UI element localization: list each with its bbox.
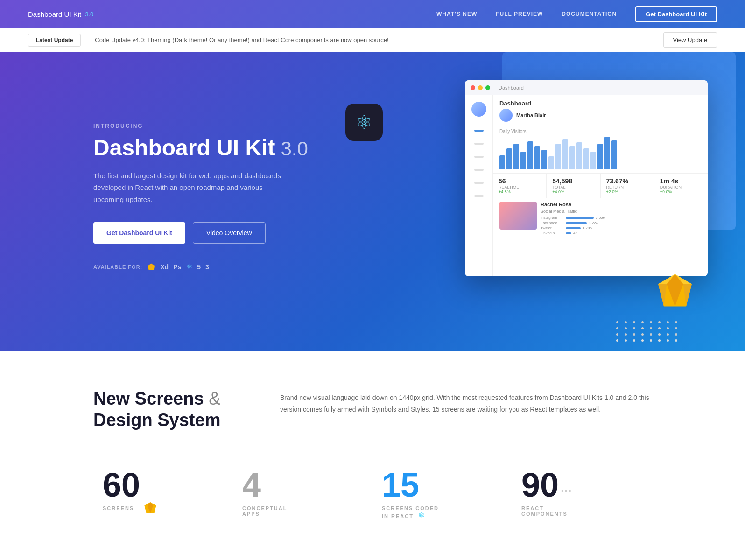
ds-stat-label: DURATION	[660, 185, 702, 189]
sketch-icon	[147, 263, 155, 271]
ds-avatar	[499, 109, 513, 122]
hero-cta-secondary[interactable]: Video Overview	[193, 222, 266, 244]
ds-stats-row: 56 REALTIME +4.8% 54,598 TOTAL +4.0% 73.…	[493, 173, 708, 198]
hero-description: The first and largest design kit for web…	[93, 170, 289, 206]
section-title-amp: &	[209, 389, 220, 408]
stat-15: 15	[382, 468, 419, 502]
stat-90: 90	[521, 468, 559, 502]
ds-bar	[604, 137, 610, 169]
brand-name: Dashboard UI Kit	[28, 10, 81, 18]
ds-sidebar-item	[465, 124, 492, 137]
ds-bar	[590, 152, 596, 169]
ps-icon: Ps	[173, 263, 181, 271]
nav-whats-new[interactable]: WHAT'S NEW	[436, 11, 477, 17]
ds-bar	[548, 156, 554, 169]
ds-header: Dashboard Martha Blair	[493, 95, 708, 125]
view-update-button[interactable]: View Update	[663, 32, 717, 48]
ds-stat-value: 56	[499, 177, 541, 185]
ds-sidebar	[465, 95, 493, 276]
stats-row: 60 SCREENS 4 CONCEPTUALAPPS 15 SCREENS C…	[0, 468, 745, 557]
hero-introducing-label: INTRODUCING	[93, 123, 327, 129]
hero-section: INTRODUCING Dashboard UI Kit 3.0 The fir…	[0, 52, 745, 351]
ds-stat-label: RETURN	[606, 185, 648, 189]
stat-screens: 60 SCREENS	[93, 468, 233, 520]
ds-social-bars: Instagram 5,056 Facebook 3,224	[541, 216, 701, 235]
ds-social-bar-row: Facebook 3,224	[541, 221, 701, 225]
ds-stat-change: +9.0%	[660, 189, 702, 194]
stat-dots: ···	[561, 485, 571, 498]
hero-visual: ⚛ Dashboard	[327, 80, 717, 314]
ds-username: Martha Blair	[516, 112, 546, 118]
ds-sidebar-item	[465, 189, 492, 203]
navbar-cta-button[interactable]: Get Dashboard UI Kit	[635, 6, 717, 22]
section-title-line1: New Screens	[93, 389, 204, 408]
ds-bar	[520, 152, 526, 169]
ds-stat-value: 1m 4s	[660, 177, 702, 185]
ds-bar	[611, 140, 617, 169]
announcement-bar: Latest Update Code Update v4.0: Theming …	[0, 28, 745, 52]
ds-stat-total: 54,598 TOTAL +4.0%	[547, 174, 600, 198]
ds-bar	[506, 148, 512, 169]
available-for: AVAILABLE FOR: Xd Ps ⚛ 5 3	[93, 262, 327, 271]
stat-label-screens: SCREENS	[103, 505, 224, 511]
dots-decoration	[616, 321, 680, 342]
hero-cta-primary[interactable]: Get Dashboard UI Kit	[93, 222, 185, 244]
ds-profile-section: Rachel Rose Social Media Traffic Instagr…	[493, 198, 708, 239]
ds-stat-return: 73.67% RETURN +2.0%	[601, 174, 654, 198]
ds-bar	[597, 144, 603, 169]
ds-stat-label: TOTAL	[552, 185, 594, 189]
stat-number-screens: 60	[103, 468, 224, 502]
stat-4: 4	[242, 468, 261, 502]
ds-bar	[541, 150, 547, 169]
window-minimize-dot	[478, 85, 483, 90]
brand: Dashboard UI Kit 3.0	[28, 10, 93, 18]
ds-social-stat: Social Media Traffic	[541, 209, 577, 214]
react-label-icon: ⚛	[418, 511, 425, 519]
announcement-message: Code Update v4.0: Theming (Dark theme! O…	[81, 36, 663, 43]
ds-bar	[562, 139, 568, 169]
stat-number-react: 15	[382, 468, 503, 502]
nav-full-preview[interactable]: FULL PREVIEW	[496, 11, 543, 17]
ds-bar	[513, 144, 519, 169]
stat-60: 60	[103, 468, 140, 502]
dashboard-screenshot: Dashboard Dashboard	[465, 80, 708, 276]
ds-window-title: Dashboard	[499, 85, 524, 91]
sketch-small-icon	[144, 486, 157, 499]
ds-body: Dashboard Martha Blair Daily Visitors	[465, 95, 708, 276]
announcement-tag: Latest Update	[28, 34, 81, 47]
ds-sidebar-item	[465, 163, 492, 176]
window-maximize-dot	[485, 85, 490, 90]
ds-stat-duration: 1m 4s DURATION +9.0%	[654, 174, 708, 198]
ds-bar	[499, 155, 505, 169]
navbar-links: WHAT'S NEW FULL PREVIEW DOCUMENTATION Ge…	[436, 6, 717, 22]
ds-bar	[576, 142, 582, 169]
section-new-screens: New Screens & Design System Brand new vi…	[0, 351, 745, 468]
ds-sidebar-item	[465, 176, 492, 189]
stat-label-components: REACTCOMPONENTS	[521, 505, 642, 517]
ds-stat-change: +4.8%	[499, 189, 541, 194]
ds-social-bar-row: Twitter 1,795	[541, 226, 701, 230]
ds-header-title: Dashboard	[499, 100, 701, 107]
hero-version: 3.0	[281, 138, 308, 160]
ds-bar	[527, 141, 533, 169]
ds-stat-realtime: 56 REALTIME +4.8%	[493, 174, 547, 198]
section-title-line2: Design System	[93, 410, 220, 430]
ds-profile-info: Rachel Rose Social Media Traffic Instagr…	[541, 202, 701, 235]
ds-user-row: Martha Blair	[499, 109, 701, 122]
ds-stat-value: 73.67%	[606, 177, 648, 185]
ds-profile-image	[499, 202, 537, 230]
ds-stat-change: +2.0%	[606, 189, 648, 194]
stat-react-screens: 15 SCREENS CODEDIN REACT ⚛	[372, 468, 512, 520]
ds-chart-title: Daily Visitors	[499, 129, 701, 134]
hero-buttons: Get Dashboard UI Kit Video Overview	[93, 222, 327, 244]
nav-documentation[interactable]: DOCUMENTATION	[562, 11, 617, 17]
ds-social-bar-row: LinkedIn 42	[541, 231, 701, 235]
navbar: Dashboard UI Kit 3.0 WHAT'S NEW FULL PRE…	[0, 0, 745, 28]
window-close-dot	[471, 85, 475, 90]
ds-bar	[534, 146, 540, 169]
sketch-gem-icon	[656, 273, 694, 307]
ds-topbar: Dashboard	[465, 80, 708, 95]
brand-version: 3.0	[85, 11, 93, 18]
ds-stat-label: REALTIME	[499, 185, 541, 189]
react-atom-icon: ⚛	[356, 112, 372, 133]
